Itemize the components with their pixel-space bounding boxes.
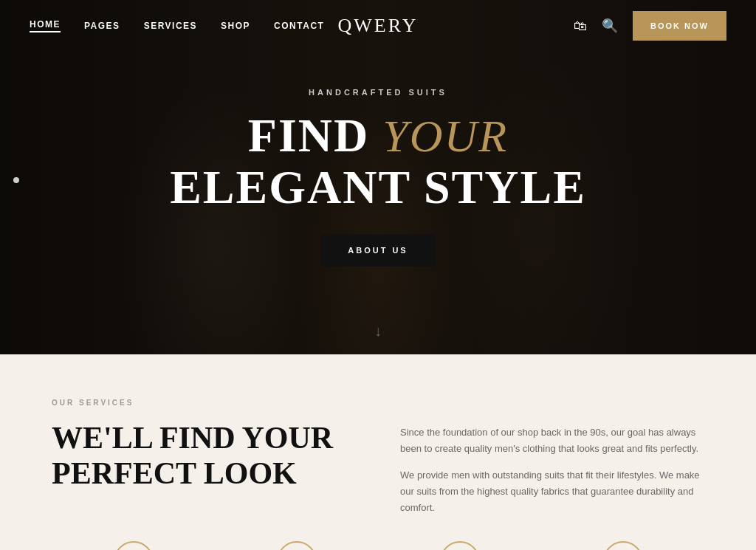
nav-item-home[interactable]: HOME xyxy=(30,19,61,32)
service-icon-item-2 xyxy=(215,541,378,550)
services-title: WE'LL FIND YOUR PERFECT LOOK xyxy=(52,420,356,492)
about-us-button[interactable]: ABOUT US xyxy=(321,234,434,267)
services-right-col: Since the foundation of our shop back in… xyxy=(400,420,704,526)
nav-item-contact[interactable]: CONTACT xyxy=(274,21,324,31)
main-nav: HOME PAGES SERVICES SHOP CONTACT QWERY 🛍… xyxy=(0,0,756,52)
service-icon-item-1 xyxy=(52,541,215,550)
hanger-icon xyxy=(277,541,317,550)
hero-section: HOME PAGES SERVICES SHOP CONTACT QWERY 🛍… xyxy=(0,0,756,354)
nav-right: 🛍 🔍 BOOK NOW xyxy=(574,11,726,41)
hero-title-line2: ELEGANT STYLE xyxy=(170,161,586,213)
services-label: OUR SERVICES xyxy=(52,399,704,407)
services-left-col: WE'LL FIND YOUR PERFECT LOOK xyxy=(52,420,356,492)
hero-content: HANDCRAFTED SUITS FIND YOUR ELEGANT STYL… xyxy=(0,0,756,354)
suit-icon xyxy=(114,541,154,550)
services-grid: WE'LL FIND YOUR PERFECT LOOK Since the f… xyxy=(52,420,704,526)
book-now-button[interactable]: BOOK NOW xyxy=(633,11,726,41)
cart-icon[interactable]: 🛍 xyxy=(574,18,587,34)
services-title-line1: WE'LL FIND YOUR xyxy=(52,421,333,455)
nav-item-shop[interactable]: SHOP xyxy=(221,21,250,31)
nav-item-services[interactable]: SERVICES xyxy=(144,21,197,31)
service-icon-item-3 xyxy=(378,541,541,550)
hero-title-find: FIND xyxy=(248,109,382,162)
quality-icon xyxy=(440,541,480,550)
services-para-2: We provide men with outstanding suits th… xyxy=(400,467,704,516)
nav-item-pages[interactable]: PAGES xyxy=(84,21,120,31)
hero-slide-dot[interactable] xyxy=(13,177,19,183)
hero-title: FIND YOUR ELEGANT STYLE xyxy=(170,110,586,214)
hero-subtitle: HANDCRAFTED SUITS xyxy=(309,88,447,97)
services-para-1: Since the foundation of our shop back in… xyxy=(400,424,704,457)
hero-title-your: YOUR xyxy=(382,111,508,161)
site-logo[interactable]: QWERY xyxy=(338,15,419,37)
services-section: OUR SERVICES WE'LL FIND YOUR PERFECT LOO… xyxy=(0,354,756,550)
services-title-line2: PERFECT LOOK xyxy=(52,456,297,490)
scissors-icon xyxy=(603,541,643,550)
service-icon-item-4 xyxy=(541,541,704,550)
services-icons-row xyxy=(52,541,704,550)
search-icon[interactable]: 🔍 xyxy=(602,18,618,34)
nav-left: HOME PAGES SERVICES SHOP CONTACT xyxy=(30,19,324,32)
